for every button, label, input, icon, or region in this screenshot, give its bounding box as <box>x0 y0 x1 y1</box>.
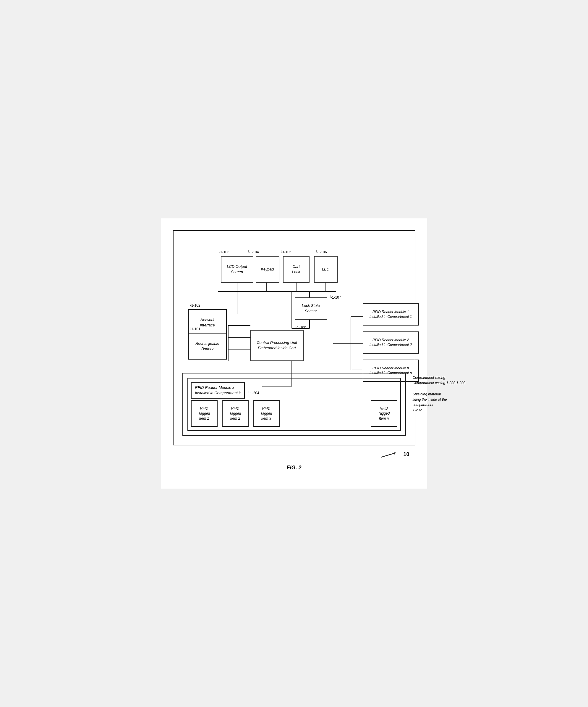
ref-1-204: └1-204 <box>248 391 259 395</box>
arrow-10-container: 10 <box>173 450 415 459</box>
svg-line-23 <box>381 453 396 457</box>
arrow-10-svg <box>379 450 403 459</box>
top-section: └1-103 └1-104 └1-105 └1-106 LCD Output S… <box>182 240 406 373</box>
compartment-casing-label: Compartment casing Compartment casing 1-… <box>413 375 466 385</box>
cart-lock-box: CartLock <box>283 256 309 282</box>
rfid1-label: RFID Reader Module 1Installed in Compart… <box>370 309 412 319</box>
rfid2-box: RFID Reader Module 2Installed in Compart… <box>363 332 419 354</box>
compartment-casing-ref: Compartment casing 1-203 <box>413 381 455 385</box>
fig-label: FIG. 2 <box>287 465 301 471</box>
led-label: LED <box>322 267 329 272</box>
lcd-label: LCD Output Screen <box>221 264 253 275</box>
ref-10-label: 10 <box>403 451 409 458</box>
lock-state-sensor-label: Lock StateSensor <box>302 303 320 314</box>
compartment-casing: RFID Reader Module kInstalled in Compart… <box>182 373 406 436</box>
ref-1-107: └1-107 <box>330 295 341 300</box>
items-ellipsis <box>284 400 366 406</box>
rfid-items-row: RFIDTaggedItem 1 RFIDTaggedItem 2 RFIDTa… <box>191 400 397 427</box>
ref-1-103: └1-103 <box>218 250 229 254</box>
rechargeable-battery-label: RechargeableBattery <box>195 341 219 351</box>
rfid1-box: RFID Reader Module 1Installed in Compart… <box>363 303 419 326</box>
ref-1-105: └1-105 <box>280 250 292 254</box>
tagged-itemn-box: RFIDTaggedItem n <box>371 400 397 427</box>
tagged-item2-box: RFIDTaggedItem 2 <box>222 400 249 427</box>
keypad-label: Keypad <box>261 267 274 272</box>
page-wrapper: └1-103 └1-104 └1-105 └1-106 LCD Output S… <box>161 218 427 489</box>
ref-1-104: └1-104 <box>248 250 259 254</box>
rfidk-box: RFID Reader Module kInstalled in Compart… <box>191 382 245 399</box>
cpu-box: Central Processing UnitEmbedded inside C… <box>250 330 304 361</box>
tagged-item2-label: RFIDTaggedItem 2 <box>229 406 241 421</box>
rechargeable-battery-box: RechargeableBattery <box>188 333 227 360</box>
ref-1-100: └1-100 <box>295 326 306 330</box>
ref-1-101: └1-101 <box>189 327 200 331</box>
led-box: LED <box>314 256 338 282</box>
rfid2-label: RFID Reader Module 2Installed in Compart… <box>370 338 412 348</box>
ref-1-102: └1-102 <box>189 303 200 307</box>
compartment-annotations: Compartment casing Compartment casing 1-… <box>407 375 466 413</box>
tagged-item3-label: RFIDTaggedItem 3 <box>260 406 272 421</box>
keypad-box: Keypad <box>256 256 279 282</box>
tagged-itemn-label: RFIDTaggedItem n <box>378 406 390 421</box>
bottom-section: RFID Reader Module kInstalled in Compart… <box>182 373 406 436</box>
lock-state-sensor-box: Lock StateSensor <box>295 297 327 319</box>
tagged-item1-label: RFIDTaggedItem 1 <box>198 406 210 421</box>
network-interface-label: NetworkInterface <box>200 317 215 328</box>
cart-lock-label: CartLock <box>292 264 300 275</box>
network-interface-box: NetworkInterface <box>188 309 227 336</box>
cpu-label: Central Processing UnitEmbedded inside C… <box>257 340 297 351</box>
shielding-inner: RFID Reader Module kInstalled in Compart… <box>187 378 401 431</box>
tagged-item3-box: RFIDTaggedItem 3 <box>253 400 280 427</box>
ref-1-106: └1-106 <box>316 250 327 254</box>
rfidk-label: RFID Reader Module kInstalled in Compart… <box>195 385 241 395</box>
tagged-item1-box: RFIDTaggedItem 1 <box>191 400 218 427</box>
lcd-box: LCD Output Screen <box>221 256 253 282</box>
diagram-border: └1-103 └1-104 └1-105 └1-106 LCD Output S… <box>173 230 415 445</box>
shielding-label: Shielding materiallining the inside of t… <box>413 392 466 413</box>
